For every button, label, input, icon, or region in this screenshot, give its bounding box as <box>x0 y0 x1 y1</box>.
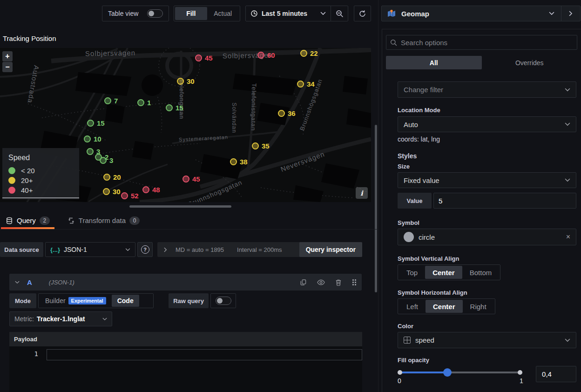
point-dot <box>84 135 91 142</box>
raw-query-switch[interactable] <box>216 297 231 305</box>
point-dot <box>137 99 144 106</box>
horizontal-scrollbar[interactable] <box>129 205 231 208</box>
table-view-switch[interactable] <box>147 9 163 18</box>
drag-handle[interactable] <box>352 279 356 285</box>
symbol-value: circle <box>419 233 435 241</box>
tab-query[interactable]: Query 2 <box>1 212 54 229</box>
metric-picker[interactable]: Metric: Tracker-1.lnglat <box>9 311 112 326</box>
vertical-align-top[interactable]: Top <box>399 266 425 279</box>
map-point[interactable]: 15 <box>166 104 183 112</box>
json-datasource-icon: {...} <box>50 246 60 253</box>
map-point[interactable]: 30 <box>177 77 195 85</box>
map-point[interactable]: 36 <box>278 109 296 117</box>
delete-query-trash-icon[interactable] <box>335 279 342 286</box>
data-source-picker[interactable]: {...} JSON-1 <box>45 242 135 257</box>
hide-query-eye-icon[interactable] <box>317 279 325 285</box>
visualization-name: Geomap <box>401 10 429 18</box>
change-filter-select[interactable]: Change filter <box>398 81 576 98</box>
slider-thumb[interactable] <box>443 368 452 377</box>
fill-option[interactable]: Fill <box>175 7 207 20</box>
refresh-button[interactable] <box>354 6 371 21</box>
map-point[interactable]: 10 <box>84 135 101 143</box>
fill-opacity-slider[interactable]: 0 1 <box>398 366 524 385</box>
map-point[interactable]: 15 <box>87 119 105 127</box>
zoom-out-time-button[interactable] <box>331 6 348 21</box>
horizontal-align-right[interactable]: Right <box>463 300 494 313</box>
map-point[interactable]: 45 <box>182 175 200 183</box>
collapse-chevron-icon[interactable] <box>15 281 20 284</box>
color-value: speed <box>415 336 434 344</box>
transform-count-badge: 0 <box>129 216 140 225</box>
map-point[interactable]: 7 <box>104 97 118 105</box>
point-dot <box>300 50 307 57</box>
map-point[interactable]: 20 <box>103 173 121 181</box>
map-point[interactable]: 35 <box>252 142 270 150</box>
field-grid-icon <box>404 337 411 344</box>
geomap-icon <box>387 9 397 18</box>
raw-query-toggle-box[interactable] <box>210 293 236 308</box>
query-options-bar[interactable]: MD = auto = 1895 Interval = 200ms Query … <box>157 242 362 257</box>
chevron-down-icon <box>320 12 326 15</box>
fill-opacity-input[interactable]: 0,4 <box>536 366 576 382</box>
vertical-align-center[interactable]: Center <box>425 266 462 279</box>
actual-option[interactable]: Actual <box>207 7 239 20</box>
payload-code-editor[interactable]: 1 <box>9 346 362 392</box>
duplicate-query-icon[interactable] <box>300 279 307 286</box>
table-view-toggle-box[interactable]: Table view <box>102 6 169 21</box>
query-row-header[interactable]: A (JSON-1) <box>9 274 362 291</box>
map-point[interactable]: 52 <box>121 192 139 200</box>
payload-input[interactable] <box>47 349 362 360</box>
chevron-down-icon <box>125 248 130 251</box>
point-value: 35 <box>262 142 270 150</box>
tab-overrides[interactable]: Overrides <box>482 56 578 69</box>
options-tabs: All Overrides <box>386 56 577 69</box>
map-point[interactable]: 60 <box>257 51 275 59</box>
datasource-help-button[interactable]: ? <box>137 242 153 257</box>
tab-transform-data[interactable]: Transform data 0 <box>63 212 144 229</box>
query-inspector-button[interactable]: Query inspector <box>299 242 362 257</box>
map-point[interactable]: 38 <box>230 158 248 166</box>
map-point[interactable]: 48 <box>142 186 160 194</box>
table-view-label: Table view <box>108 10 138 17</box>
map-point[interactable]: 30 <box>103 188 121 196</box>
color-select[interactable]: speed <box>398 332 576 348</box>
map-point[interactable]: 1 <box>137 99 151 107</box>
chevron-down-icon <box>565 88 570 92</box>
fill-opacity-label: Fill opacity <box>398 357 576 364</box>
builder-option[interactable]: Builder Experimental <box>40 295 112 307</box>
collapse-pane-button[interactable] <box>561 6 580 21</box>
point-dot <box>257 52 264 59</box>
code-option[interactable]: Code <box>112 295 139 307</box>
map-point[interactable]: 34 <box>297 80 315 88</box>
point-value: 1 <box>147 99 151 107</box>
map-point[interactable]: 3 <box>100 156 113 164</box>
map-zoom-in-button[interactable]: + <box>2 51 13 61</box>
horizontal-align-left[interactable]: Left <box>399 300 426 313</box>
metric-value: Tracker-1.lnglat <box>37 315 85 323</box>
options-sidebar: Geomap All Overrides Chang <box>378 0 581 392</box>
point-value: 45 <box>205 54 213 62</box>
visualization-picker[interactable]: Geomap <box>381 6 581 21</box>
point-dot <box>142 186 149 193</box>
refresh-icon <box>358 10 366 18</box>
slider-max-dot <box>518 370 522 375</box>
map-zoom-out-button[interactable]: − <box>2 62 13 72</box>
map-attribution-button[interactable]: i <box>356 187 368 199</box>
vertical-align-bottom[interactable]: Bottom <box>462 266 500 279</box>
size-mode-select[interactable]: Fixed value <box>398 172 576 188</box>
search-options-box[interactable] <box>386 35 577 50</box>
payload-label: Payload <box>14 336 37 343</box>
time-range-button[interactable]: Last 5 minutes <box>246 6 331 21</box>
map-point[interactable]: 45 <box>195 54 213 62</box>
tab-transform-label: Transform data <box>79 216 126 224</box>
geomap-canvas[interactable]: SolbjersvägenSolbjersvägenAutostradaTele… <box>0 48 371 202</box>
search-options-input[interactable] <box>401 39 573 47</box>
symbol-select[interactable]: circle × <box>398 229 576 245</box>
size-value-input[interactable]: 5 <box>433 193 576 209</box>
tab-all[interactable]: All <box>386 56 482 69</box>
clear-symbol-icon[interactable]: × <box>566 233 570 241</box>
horizontal-align-center[interactable]: Center <box>426 300 463 313</box>
map-point[interactable]: 22 <box>300 49 318 57</box>
location-mode-select[interactable]: Auto <box>398 116 576 132</box>
vertical-scrollbar[interactable] <box>375 125 377 292</box>
